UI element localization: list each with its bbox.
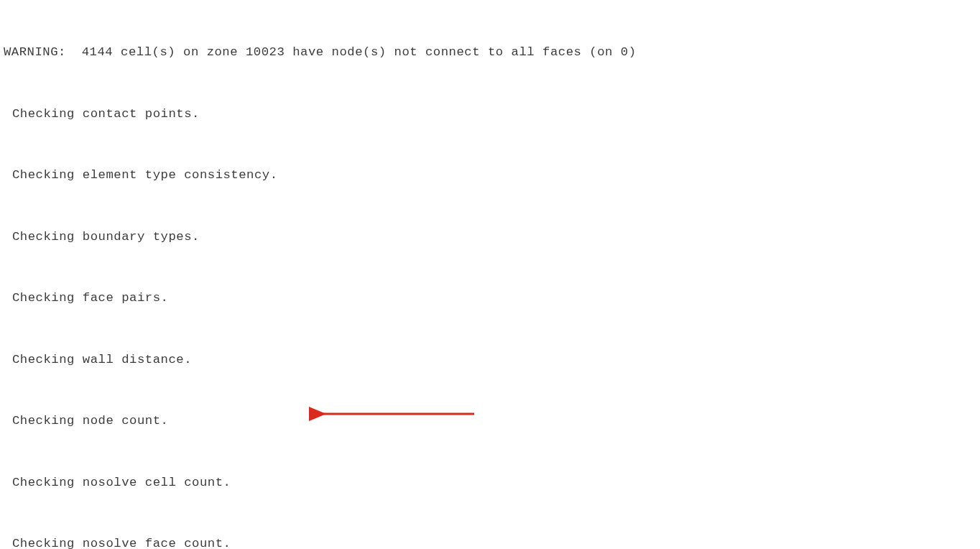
check-line: Checking wall distance. <box>4 350 980 371</box>
check-line: Checking contact points. <box>4 104 980 125</box>
check-line: Checking element type consistency. <box>4 165 980 186</box>
console-output[interactable]: WARNING: 4144 cell(s) on zone 10023 have… <box>0 0 980 549</box>
check-line: Checking nosolve cell count. <box>4 473 980 494</box>
check-line: Checking nosolve face count. <box>4 534 980 549</box>
check-line: Checking boundary types. <box>4 227 980 248</box>
warning-line-cells: WARNING: 4144 cell(s) on zone 10023 have… <box>4 42 980 63</box>
check-line: Checking node count. <box>4 411 980 432</box>
check-line: Checking face pairs. <box>4 288 980 309</box>
